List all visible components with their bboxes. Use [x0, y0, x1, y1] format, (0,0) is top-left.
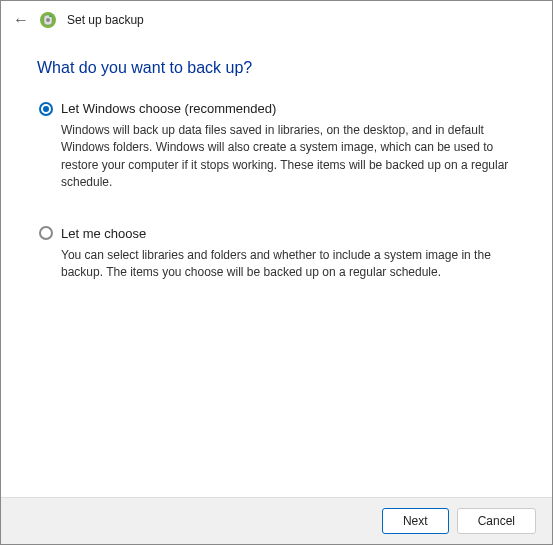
option-description: Windows will back up data files saved in… — [61, 122, 516, 192]
option-description: You can select libraries and folders and… — [61, 247, 516, 282]
option-label: Let Windows choose (recommended) — [61, 101, 276, 116]
radio-windows-choose[interactable] — [39, 102, 53, 116]
backup-icon — [39, 11, 57, 29]
option-windows-choose: Let Windows choose (recommended) Windows… — [37, 101, 516, 192]
svg-point-1 — [46, 18, 50, 22]
option-let-me-choose: Let me choose You can select libraries a… — [37, 226, 516, 282]
cancel-button[interactable]: Cancel — [457, 508, 536, 534]
radio-let-me-choose[interactable] — [39, 226, 53, 240]
next-button[interactable]: Next — [382, 508, 449, 534]
dialog-footer: Next Cancel — [1, 497, 552, 544]
dialog-header: ← Set up backup — [1, 1, 552, 37]
dialog-content: What do you want to back up? Let Windows… — [1, 37, 552, 497]
option-row[interactable]: Let Windows choose (recommended) — [39, 101, 516, 116]
option-row[interactable]: Let me choose — [39, 226, 516, 241]
page-heading: What do you want to back up? — [37, 59, 516, 77]
back-arrow-icon[interactable]: ← — [13, 12, 29, 28]
dialog-title: Set up backup — [67, 13, 144, 27]
option-label: Let me choose — [61, 226, 146, 241]
